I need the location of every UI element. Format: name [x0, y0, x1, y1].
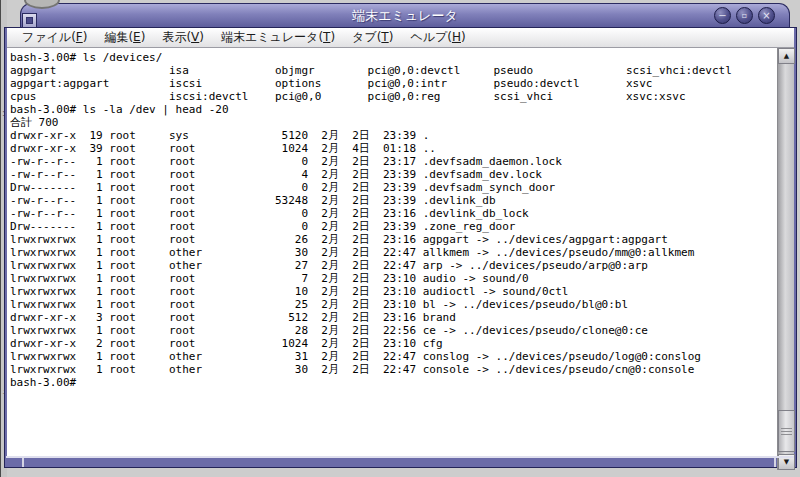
scrollbar-thumb[interactable]: [778, 410, 795, 452]
menu-item-file[interactable]: ファイル(F): [22, 29, 87, 46]
terminal-output: bash-3.00# ls /devices/ agpgart isa objm…: [7, 48, 777, 389]
terminal-screen[interactable]: bash-3.00# ls /devices/ agpgart isa objm…: [7, 48, 777, 456]
minimize-button[interactable]: −: [714, 7, 731, 24]
scrollbar[interactable]: ▲ ▼: [777, 48, 794, 470]
resize-corner-notch: [22, 458, 24, 467]
menu-item-edit[interactable]: 編集(E): [104, 29, 145, 46]
maximize-button[interactable]: ▫: [736, 7, 753, 24]
title-bar[interactable]: 端末エミュレータ: [20, 3, 790, 27]
window-menu-button[interactable]: [22, 13, 37, 28]
bottom-frame-bevel: [6, 456, 794, 458]
scroll-up-button[interactable]: ▲: [778, 48, 795, 64]
menu-item-tabs[interactable]: タブ(T): [352, 29, 393, 46]
menu-item-view[interactable]: 表示(V): [162, 29, 204, 46]
resize-corner-notch: [774, 458, 776, 467]
menu-bar: ファイル(F) 編集(E) 表示(V) 端末エミュレータ(T) タブ(T) ヘル…: [7, 28, 794, 48]
close-button[interactable]: ×: [758, 7, 775, 24]
scrollbar-grip-icon: [781, 428, 792, 435]
window-menu-icon: [26, 17, 33, 24]
window-title: 端末エミュレータ: [21, 4, 789, 27]
menu-item-terminal[interactable]: 端末エミュレータ(T): [221, 29, 335, 46]
menu-item-help[interactable]: ヘルプ(H): [410, 29, 465, 46]
